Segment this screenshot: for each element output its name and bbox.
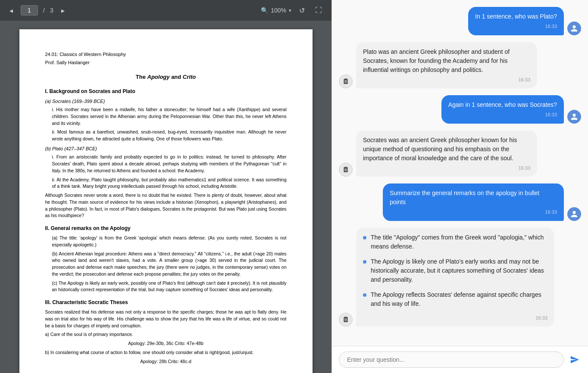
pdf-para-s3-a2: Apology: 29e-30b, 36c Crito: 47e-48b: [45, 340, 287, 347]
zoom-area: 🔍 100% ▾: [261, 7, 291, 14]
zoom-dropdown-icon: ▾: [289, 8, 291, 13]
message-timestamp: 16:33: [363, 314, 547, 322]
message-row: Summarize the general remarks on the apo…: [339, 183, 581, 221]
message-timestamp: 16:33: [363, 165, 530, 172]
bullet-dot: [363, 260, 366, 264]
pdf-para-a1: i. His mother may have been a midwife, h…: [52, 106, 287, 127]
message-text: Summarize the general remarks on the apo…: [390, 190, 539, 205]
avatar: [567, 110, 581, 124]
message-row: Socrates was an ancient Greek philosophe…: [339, 131, 581, 177]
pdf-subsec-2b: (b) Ancient Athenian legal procedure: At…: [52, 251, 287, 278]
page-number-input[interactable]: [21, 5, 38, 16]
bullet-text: The Apology reflects Socrates' defense a…: [371, 290, 547, 308]
message-text: In 1 sentence, who was Plato?: [475, 13, 557, 20]
refresh-button[interactable]: ↺: [297, 5, 307, 16]
page-separator: /: [43, 7, 45, 14]
ai-avatar: [339, 163, 353, 177]
search-icon: 🔍: [261, 7, 268, 14]
message-timestamp: 16:33: [475, 23, 557, 30]
pdf-toolbar: ◂ / 3 ▸ 🔍 100% ▾ ↺ ⛶: [0, 0, 332, 21]
pdf-para-s3-b: b) In considering what course of action …: [45, 349, 287, 356]
pdf-subsec-b: (b) Plato (427–347 BCE): [45, 145, 287, 152]
message-row: The title "Apology" comes from the Greek…: [339, 228, 581, 327]
message-timestamp: 16:33: [363, 76, 530, 84]
pdf-para-a2: ii. Most famous as a barefoot, unwashed,…: [52, 129, 287, 143]
pdf-panel: ◂ / 3 ▸ 🔍 100% ▾ ↺ ⛶ 24.01: Classics of …: [0, 0, 332, 373]
avatar: [567, 22, 581, 35]
chat-input-area: [332, 346, 588, 373]
pdf-subsec-2c: (c) The Apology is likely an early work,…: [52, 280, 287, 294]
message-row: Again in 1 sentence, who was Socrates? 1…: [339, 95, 581, 124]
message-text: Again in 1 sentence, who was Socrates?: [448, 101, 557, 108]
message-row: Plato was an ancient Greek philosopher a…: [339, 42, 581, 89]
page-total: 3: [50, 7, 53, 14]
send-button[interactable]: [568, 353, 581, 366]
assistant-bubble: Plato was an ancient Greek philosopher a…: [356, 42, 537, 89]
user-bubble: In 1 sentence, who was Plato? 16:33: [468, 7, 564, 35]
bullet-text: The Apology is likely one of Plato's ear…: [371, 257, 547, 284]
pdf-page: 24.01: Classics of Western Philosophy Pr…: [19, 29, 313, 373]
pdf-para-b2: ii. At the Academy, Plato taught philoso…: [52, 177, 287, 190]
zoom-level: 100%: [271, 7, 286, 14]
message-timestamp: 16:33: [448, 111, 557, 118]
user-bubble: Summarize the general remarks on the apo…: [383, 183, 564, 221]
pdf-subsec-2a: (a) The title: 'apology' is from the Gre…: [52, 235, 287, 249]
assistant-bubble: Socrates was an ancient Greek philosophe…: [356, 131, 537, 177]
next-page-button[interactable]: ▸: [59, 5, 67, 16]
user-bubble: Again in 1 sentence, who was Socrates? 1…: [441, 95, 564, 124]
pdf-para-s3-a: a) Care of the soul is of primary import…: [45, 331, 287, 338]
list-item: The Apology is likely one of Plato's ear…: [363, 257, 547, 284]
fullscreen-button[interactable]: ⛶: [313, 5, 325, 16]
pdf-header-prof: Prof. Sally Haslanger: [45, 59, 287, 66]
avatar: [567, 207, 581, 221]
pdf-doc-title: The Apology and Crito: [45, 73, 287, 81]
message-text: Socrates was an ancient Greek philosophe…: [363, 137, 517, 162]
message-timestamp: 16:33: [390, 208, 557, 216]
bullet-dot: [363, 293, 366, 297]
pdf-para-s3-1: Socrates realized that his defense was n…: [45, 309, 287, 329]
chat-messages: In 1 sentence, who was Plato? 16:33 Plat…: [332, 0, 588, 346]
bullet-list: The title "Apology" comes from the Greek…: [363, 233, 547, 308]
ai-avatar: [339, 313, 353, 326]
chat-input[interactable]: [339, 351, 564, 368]
pdf-subsec-a: (a) Socrates (169–399 BCE): [45, 98, 287, 105]
prev-page-button[interactable]: ◂: [7, 5, 16, 16]
bullet-dot: [363, 236, 366, 239]
message-row: In 1 sentence, who was Plato? 16:33: [339, 7, 581, 35]
pdf-section1-title: I. Background on Socrates and Plato: [45, 87, 287, 95]
pdf-section2-title: II. General remarks on the Apology: [45, 224, 287, 232]
pdf-header-course: 24.01: Classics of Western Philosophy: [45, 51, 287, 58]
list-item: The title "Apology" comes from the Greek…: [363, 233, 547, 251]
message-text: Plato was an ancient Greek philosopher a…: [363, 48, 510, 73]
bullet-text: The title "Apology" comes from the Greek…: [371, 233, 547, 251]
pdf-content: 24.01: Classics of Western Philosophy Pr…: [0, 21, 332, 373]
list-item: The Apology reflects Socrates' defense a…: [363, 290, 547, 308]
ai-avatar: [339, 75, 353, 88]
pdf-section3-title: III. Characteristic Socratic Theses: [45, 298, 287, 306]
assistant-bullet-bubble: The title "Apology" comes from the Greek…: [356, 228, 554, 327]
pdf-para-plato-source: Although Socrates never wrote a word, th…: [45, 192, 287, 219]
pdf-para-s3-b2: Apology: 28b Crito: 48c-d: [45, 358, 287, 365]
pdf-para-b1: i. From an aristocratic family and proba…: [52, 154, 287, 174]
chat-panel: In 1 sentence, who was Plato? 16:33 Plat…: [332, 0, 588, 373]
